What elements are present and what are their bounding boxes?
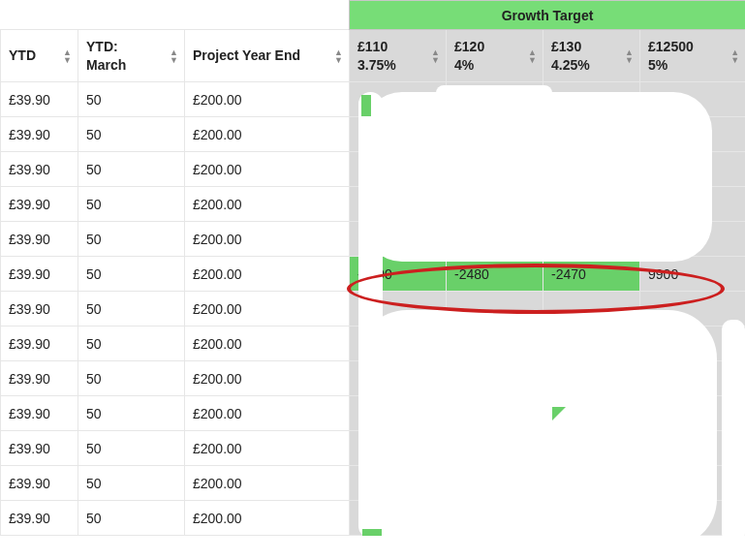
sort-icon[interactable]: ▲▼ — [431, 48, 440, 64]
cell-ytd-march[interactable]: 50 — [78, 327, 185, 361]
sort-icon[interactable]: ▲▼ — [334, 48, 343, 64]
col-target-3[interactable]: £130 4.25% ▲▼ — [543, 30, 640, 82]
col-target-2[interactable]: £120 4% ▲▼ — [447, 30, 543, 82]
cell-ytd-march[interactable]: 50 — [78, 187, 185, 222]
cell-ytd[interactable]: £39.90 — [1, 82, 78, 117]
cell-ytd-march[interactable]: 50 — [78, 501, 185, 536]
cell-ytd-march[interactable]: 50 — [78, 222, 185, 257]
whiteout-overlay — [363, 92, 712, 262]
sort-icon[interactable]: ▲▼ — [63, 48, 72, 64]
cell-ytd-march[interactable]: 50 — [78, 257, 185, 292]
cell-pye[interactable]: £200.00 — [185, 117, 350, 152]
col-label: YTD:March — [86, 38, 176, 73]
cell-ytd[interactable]: £39.90 — [1, 117, 78, 152]
cell-pye[interactable]: £200.00 — [185, 501, 350, 536]
col-line2: 3.75% — [357, 56, 438, 74]
cell-ytd-march[interactable]: 50 — [78, 117, 185, 152]
table-wrap: Growth Target YTD ▲▼ YTD:March ▲▼ Projec… — [0, 0, 745, 536]
sort-icon[interactable]: ▲▼ — [528, 48, 537, 64]
cell-pye[interactable]: £200.00 — [185, 431, 350, 466]
sort-icon[interactable]: ▲▼ — [170, 48, 178, 64]
cell-ytd[interactable]: £39.90 — [1, 222, 78, 257]
cell-ytd[interactable]: £39.90 — [1, 501, 78, 536]
cell-ytd-march[interactable]: 50 — [78, 152, 185, 187]
sort-icon[interactable]: ▲▼ — [625, 48, 634, 64]
cell-ytd[interactable]: £39.90 — [1, 152, 78, 187]
col-line1: £120 — [454, 38, 535, 55]
cell-pye[interactable]: £200.00 — [185, 257, 350, 292]
col-line1: £12500 — [648, 38, 737, 55]
whiteout-overlay — [436, 85, 552, 103]
cell-ytd[interactable]: £39.90 — [1, 466, 78, 501]
whiteout-overlay — [722, 320, 745, 536]
whiteout-overlay — [358, 92, 383, 536]
cell-ytd[interactable]: £39.90 — [1, 361, 78, 396]
col-label: YTD — [9, 47, 36, 63]
green-fragment — [361, 95, 371, 116]
cell-ytd[interactable]: £39.90 — [1, 292, 78, 327]
whiteout-overlay — [358, 310, 717, 536]
cell-ytd-march[interactable]: 50 — [78, 431, 185, 466]
col-target-1[interactable]: £110 3.75% ▲▼ — [350, 30, 447, 82]
cell-pye[interactable]: £200.00 — [185, 82, 350, 117]
group-empty — [1, 1, 350, 30]
col-target-4[interactable]: £12500 5% ▲▼ — [640, 30, 745, 82]
cell-ytd[interactable]: £39.90 — [1, 187, 78, 222]
cell-ytd-march[interactable]: 50 — [78, 82, 185, 117]
col-line2: 5% — [648, 56, 737, 74]
col-line1: £110 — [357, 38, 438, 55]
col-line1: £130 — [551, 38, 632, 55]
cell-pye[interactable]: £200.00 — [185, 396, 350, 431]
col-ytd[interactable]: YTD ▲▼ — [1, 30, 78, 82]
cell-pye[interactable]: £200.00 — [185, 327, 350, 361]
header-group-row: Growth Target — [1, 1, 746, 30]
green-fragment — [362, 529, 382, 536]
cell-pye[interactable]: £200.00 — [185, 466, 350, 501]
cell-pye[interactable]: £200.00 — [185, 292, 350, 327]
cell-pye[interactable]: £200.00 — [185, 187, 350, 222]
cell-ytd-march[interactable]: 50 — [78, 396, 185, 431]
cell-pye[interactable]: £200.00 — [185, 222, 350, 257]
cell-ytd[interactable]: £39.90 — [1, 431, 78, 466]
col-label: Project Year End — [193, 47, 300, 63]
cell-ytd-march[interactable]: 50 — [78, 466, 185, 501]
cell-pye[interactable]: £200.00 — [185, 152, 350, 187]
col-ytd-march[interactable]: YTD:March ▲▼ — [78, 30, 185, 82]
cell-ytd[interactable]: £39.90 — [1, 257, 78, 292]
col-project-year-end[interactable]: Project Year End ▲▼ — [185, 30, 350, 82]
cell-ytd[interactable]: £39.90 — [1, 327, 78, 361]
header-row: YTD ▲▼ YTD:March ▲▼ Project Year End ▲▼ … — [1, 30, 746, 82]
cell-ytd-march[interactable]: 50 — [78, 292, 185, 327]
col-line2: 4.25% — [551, 56, 632, 74]
cell-ytd[interactable]: £39.90 — [1, 396, 78, 431]
sort-icon[interactable]: ▲▼ — [730, 48, 739, 64]
cell-pye[interactable]: £200.00 — [185, 361, 350, 396]
group-growth-target: Growth Target — [350, 1, 745, 30]
col-line2: 4% — [454, 56, 535, 74]
cell-ytd-march[interactable]: 50 — [78, 361, 185, 396]
